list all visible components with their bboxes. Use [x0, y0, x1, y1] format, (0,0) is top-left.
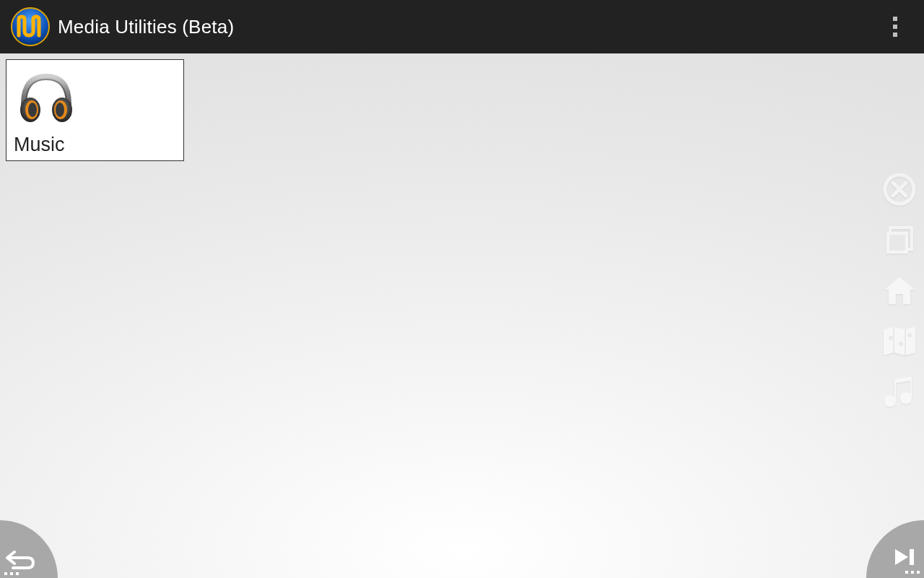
svg-point-6 [56, 103, 64, 117]
dots-icon [4, 572, 19, 575]
home-icon[interactable] [881, 272, 918, 309]
svg-rect-14 [910, 549, 914, 565]
dots-icon [905, 571, 920, 574]
app-title: Media Utilities (Beta) [58, 16, 234, 38]
side-toolbar [881, 171, 918, 410]
headphones-icon [14, 64, 176, 134]
svg-point-3 [28, 103, 37, 117]
map-icon[interactable] [881, 322, 918, 360]
overflow-menu-button[interactable] [878, 9, 912, 44]
next-track-icon [892, 546, 920, 568]
content-area: Music [0, 53, 924, 578]
close-icon[interactable] [881, 171, 918, 208]
window-icon[interactable] [881, 221, 918, 259]
svg-point-12 [899, 342, 903, 346]
grid-item-label: Music [14, 134, 176, 158]
svg-point-13 [907, 333, 912, 337]
grid-item-music[interactable]: Music [6, 59, 184, 161]
app-logo-icon [9, 5, 52, 48]
music-icon[interactable] [881, 373, 918, 410]
svg-point-11 [889, 336, 893, 340]
back-icon [4, 549, 36, 569]
action-bar: Media Utilities (Beta) [0, 0, 924, 53]
svg-rect-10 [889, 235, 905, 251]
